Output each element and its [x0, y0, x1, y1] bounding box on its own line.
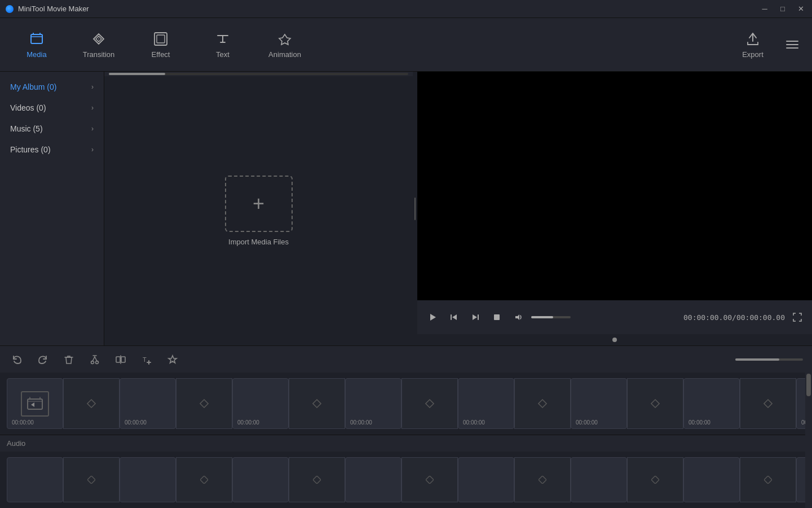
svg-rect-6 [478, 314, 479, 320]
timeline-clip2-5[interactable] [571, 457, 627, 502]
menu-button[interactable] [778, 21, 806, 69]
transition-icon [91, 31, 107, 47]
svg-rect-26 [87, 476, 95, 484]
import-label: Import Media Files [228, 238, 289, 246]
timeline-toolbar: T [0, 345, 812, 373]
minimize-button[interactable]: ─ [758, 2, 771, 16]
transition-label: Transition [83, 50, 115, 59]
add-text-button[interactable]: T [139, 352, 155, 367]
toolbar-text-button[interactable]: Text [192, 21, 254, 69]
timeline-clip2-2[interactable] [232, 457, 289, 502]
chevron-right-icon: › [91, 83, 94, 91]
delete-button[interactable] [61, 352, 77, 367]
svg-rect-20 [200, 400, 208, 408]
export-button[interactable]: Export [727, 21, 778, 69]
skip-back-button[interactable] [445, 309, 462, 326]
clip-connector-2 [176, 378, 232, 429]
timeline-clip2-0[interactable] [7, 457, 63, 502]
svg-rect-18 [28, 399, 42, 409]
svg-rect-15 [121, 357, 125, 362]
svg-line-12 [95, 357, 97, 361]
media-content: + Import Media Files [104, 76, 413, 345]
volume-slider[interactable] [531, 316, 571, 318]
timeline-zoom-control [735, 358, 803, 361]
svg-marker-7 [473, 314, 477, 320]
svg-rect-19 [87, 400, 95, 408]
app-title: MiniTool Movie Maker [18, 5, 758, 13]
redo-button[interactable] [35, 352, 51, 367]
play-button[interactable] [424, 309, 441, 326]
zoom-slider[interactable] [735, 358, 803, 361]
timeline-scroll-thumb [806, 374, 811, 396]
window-controls: ─ □ ✕ [758, 2, 807, 16]
chevron-right-icon: › [91, 104, 94, 112]
preview-panel: 00:00:00.00/00:00:00.00 [417, 72, 812, 345]
timeline-clip-4[interactable]: 00:00:00 [458, 378, 514, 429]
timeline-clip-6[interactable]: 00:00:00 [683, 378, 740, 429]
toolbar-media-button[interactable]: Media [6, 21, 68, 69]
timeline-clip2-3[interactable] [345, 457, 401, 502]
animation-label: Animation [268, 50, 301, 59]
timeline-clip-2[interactable]: 00:00:00 [232, 378, 289, 429]
clip-connector-1 [63, 378, 120, 429]
timeline-clip2-6[interactable] [683, 457, 740, 502]
fullscreen-button[interactable] [789, 309, 805, 325]
import-dashed-box[interactable]: + [225, 176, 293, 232]
sidebar-item-music[interactable]: Music (5) › [2, 119, 102, 139]
media-scrollbar[interactable] [104, 72, 413, 76]
timeline-clip-main[interactable]: 00:00:00 [7, 378, 63, 429]
stop-button[interactable] [488, 309, 505, 326]
volume-button[interactable] [510, 309, 527, 326]
sidebar-item-myalbum[interactable]: My Album (0) › [2, 77, 102, 97]
media-scroll-thumb [109, 73, 165, 75]
resize-handle[interactable] [413, 72, 417, 345]
svg-marker-5 [452, 314, 457, 320]
toolbar-transition-button[interactable]: Transition [68, 21, 130, 69]
text-icon [215, 31, 231, 47]
media-scroll-track [109, 73, 408, 75]
sidebar-item-pictures[interactable]: Pictures (0) › [2, 139, 102, 160]
timeline-clip-3[interactable]: 00:00:00 [345, 378, 401, 429]
timeline-clip-1[interactable]: 00:00:00 [120, 378, 176, 429]
svg-rect-25 [764, 400, 772, 408]
main-area: My Album (0) › Videos (0) › Music (5) › … [0, 72, 812, 345]
svg-marker-3 [430, 314, 436, 321]
media-icon [29, 31, 45, 47]
clip-connector2-3 [289, 457, 345, 502]
timeline-row-2 [0, 452, 812, 508]
svg-rect-8 [494, 314, 500, 320]
media-label: Media [27, 50, 46, 59]
sidebar-item-myalbum-label: My Album (0) [10, 82, 56, 91]
toolbar-effect-button[interactable]: Effect [130, 21, 192, 69]
volume-fill [531, 316, 553, 318]
chevron-right-icon: › [91, 146, 94, 154]
timeline-clip2-4[interactable] [458, 457, 514, 502]
clip-connector-7 [740, 378, 796, 429]
close-button[interactable]: ✕ [794, 2, 807, 16]
clip-connector2-1 [63, 457, 120, 502]
sidebar: My Album (0) › Videos (0) › Music (5) › … [0, 72, 104, 345]
app-logo [5, 4, 15, 14]
timeline-clip-5[interactable]: 00:00:00 [571, 378, 627, 429]
text-label: Text [216, 50, 230, 59]
export-label: Export [742, 50, 764, 59]
skip-forward-button[interactable] [467, 309, 484, 326]
main-clip-icon [21, 391, 49, 417]
toolbar-animation-button[interactable]: Animation [254, 21, 316, 69]
svg-rect-29 [426, 476, 434, 484]
timeline-vertical-scrollbar[interactable] [805, 373, 812, 508]
svg-rect-22 [426, 400, 434, 408]
audio-label-text: Audio [7, 439, 25, 448]
animation-tool-button[interactable] [165, 352, 180, 367]
clip-connector-3 [289, 378, 345, 429]
undo-button[interactable] [9, 352, 25, 367]
timeline-clip2-1[interactable] [120, 457, 176, 502]
toolbar: Media Transition Effect Text Animation [0, 18, 812, 72]
cut-button[interactable] [87, 352, 103, 367]
hamburger-line-2 [786, 44, 798, 45]
sidebar-item-videos[interactable]: Videos (0) › [2, 98, 102, 118]
bottom-section: T [0, 345, 812, 508]
split-button[interactable] [113, 352, 129, 367]
import-media-button[interactable]: + Import Media Files [225, 176, 293, 246]
maximize-button[interactable]: □ [776, 2, 789, 16]
